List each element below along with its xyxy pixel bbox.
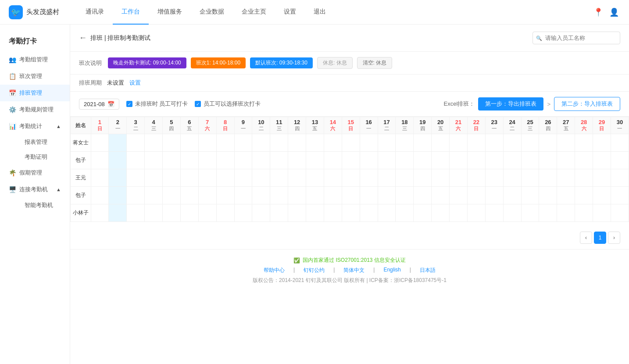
current-page[interactable]: 1 xyxy=(594,232,606,244)
cell-1-25[interactable] xyxy=(521,134,539,152)
cell-4-29[interactable] xyxy=(593,187,611,204)
cell-4-10[interactable] xyxy=(252,187,270,204)
cell-1-6[interactable] xyxy=(180,134,198,152)
cell-1-7[interactable] xyxy=(198,134,216,152)
cell-1-4[interactable] xyxy=(145,134,163,152)
cell-2-6[interactable] xyxy=(180,152,198,169)
cell-3-11[interactable] xyxy=(270,169,288,187)
date-picker[interactable]: 2021-08 📅 xyxy=(79,99,119,110)
import-button[interactable]: 第二步：导入排班表 xyxy=(554,97,620,111)
sidebar-item-smart-machine[interactable]: 智能考勤机 xyxy=(16,198,70,213)
cell-5-2[interactable] xyxy=(109,204,127,222)
nav-item-value[interactable]: 增值服务 xyxy=(149,0,191,25)
nav-item-logout[interactable]: 退出 xyxy=(305,0,335,25)
cell-4-1[interactable] xyxy=(91,187,109,204)
footer-link-japanese[interactable]: 日本語 xyxy=(420,267,436,274)
cell-5-3[interactable] xyxy=(127,204,145,222)
cell-5-25[interactable] xyxy=(521,204,539,222)
cell-3-24[interactable] xyxy=(503,169,521,187)
cell-5-16[interactable] xyxy=(360,204,378,222)
cell-1-14[interactable] xyxy=(324,134,342,152)
footer-link-english[interactable]: English xyxy=(383,267,400,274)
cell-3-7[interactable] xyxy=(198,169,216,187)
cell-3-19[interactable] xyxy=(414,169,432,187)
cell-5-23[interactable] xyxy=(485,204,503,222)
cell-4-3[interactable] xyxy=(127,187,145,204)
cell-2-12[interactable] xyxy=(288,152,306,169)
cell-4-19[interactable] xyxy=(414,187,432,204)
cell-4-28[interactable] xyxy=(575,187,593,204)
cell-2-18[interactable] xyxy=(396,152,414,169)
cell-2-28[interactable] xyxy=(575,152,593,169)
cell-1-2[interactable] xyxy=(109,134,127,152)
cell-5-20[interactable] xyxy=(432,204,450,222)
cell-5-7[interactable] xyxy=(198,204,216,222)
cell-4-7[interactable] xyxy=(198,187,216,204)
cell-2-11[interactable] xyxy=(270,152,288,169)
cell-2-2[interactable] xyxy=(109,152,127,169)
cell-5-26[interactable] xyxy=(539,204,557,222)
clear-button[interactable]: 清空: 休息 xyxy=(357,57,393,69)
cell-2-21[interactable] xyxy=(450,152,468,169)
footer-link-agreement[interactable]: 钉钉公约 xyxy=(304,267,325,274)
cell-2-10[interactable] xyxy=(252,152,270,169)
cell-5-11[interactable] xyxy=(270,204,288,222)
cell-2-15[interactable] xyxy=(342,152,360,169)
search-input[interactable] xyxy=(533,32,620,44)
sidebar-item-proof[interactable]: 考勤证明 xyxy=(16,150,70,164)
cell-2-4[interactable] xyxy=(145,152,163,169)
cell-2-13[interactable] xyxy=(306,152,324,169)
cell-5-14[interactable] xyxy=(324,204,342,222)
shift-badge-orange[interactable]: 班次1: 14:00-18:00 xyxy=(191,57,246,68)
cell-5-12[interactable] xyxy=(288,204,306,222)
cell-1-5[interactable] xyxy=(163,134,181,152)
cell-4-13[interactable] xyxy=(306,187,324,204)
shift-badge-gray[interactable]: 休息: 休息 xyxy=(317,57,353,69)
cell-1-30[interactable] xyxy=(611,134,629,152)
footer-link-chinese[interactable]: 简体中文 xyxy=(343,267,365,274)
cell-5-15[interactable] xyxy=(342,204,360,222)
cell-1-15[interactable] xyxy=(342,134,360,152)
back-button[interactable]: ← xyxy=(79,33,87,43)
cell-2-24[interactable] xyxy=(503,152,521,169)
cell-3-14[interactable] xyxy=(324,169,342,187)
cell-5-9[interactable] xyxy=(234,204,252,222)
cell-4-11[interactable] xyxy=(270,187,288,204)
cell-1-8[interactable] xyxy=(216,134,234,152)
export-button[interactable]: 第一步：导出排班表 xyxy=(478,97,543,111)
cell-3-28[interactable] xyxy=(575,169,593,187)
cell-1-11[interactable] xyxy=(270,134,288,152)
cell-2-19[interactable] xyxy=(414,152,432,169)
cell-1-27[interactable] xyxy=(557,134,575,152)
cell-2-20[interactable] xyxy=(432,152,450,169)
location-icon[interactable]: 📍 xyxy=(592,6,604,18)
cell-5-21[interactable] xyxy=(450,204,468,222)
cell-1-21[interactable] xyxy=(450,134,468,152)
cell-2-5[interactable] xyxy=(163,152,181,169)
cell-1-9[interactable] xyxy=(234,134,252,152)
cell-3-5[interactable] xyxy=(163,169,181,187)
cell-1-10[interactable] xyxy=(252,134,270,152)
cell-2-8[interactable] xyxy=(216,152,234,169)
cell-3-25[interactable] xyxy=(521,169,539,187)
cell-3-9[interactable] xyxy=(234,169,252,187)
cell-1-1[interactable] xyxy=(91,134,109,152)
period-link[interactable]: 设置 xyxy=(129,79,141,87)
cell-3-8[interactable] xyxy=(216,169,234,187)
cell-4-16[interactable] xyxy=(360,187,378,204)
checkbox-1[interactable]: ✓ xyxy=(126,101,132,107)
cell-3-13[interactable] xyxy=(306,169,324,187)
cell-3-18[interactable] xyxy=(396,169,414,187)
cell-5-24[interactable] xyxy=(503,204,521,222)
cell-4-8[interactable] xyxy=(216,187,234,204)
sidebar-item-vacation[interactable]: 🌴 假期管理 xyxy=(0,164,70,181)
cell-4-5[interactable] xyxy=(163,187,181,204)
cell-3-2[interactable] xyxy=(109,169,127,187)
cell-4-22[interactable] xyxy=(467,187,485,204)
cell-1-29[interactable] xyxy=(593,134,611,152)
cell-4-23[interactable] xyxy=(485,187,503,204)
cell-1-26[interactable] xyxy=(539,134,557,152)
cell-3-1[interactable] xyxy=(91,169,109,187)
cell-2-29[interactable] xyxy=(593,152,611,169)
cell-1-13[interactable] xyxy=(306,134,324,152)
